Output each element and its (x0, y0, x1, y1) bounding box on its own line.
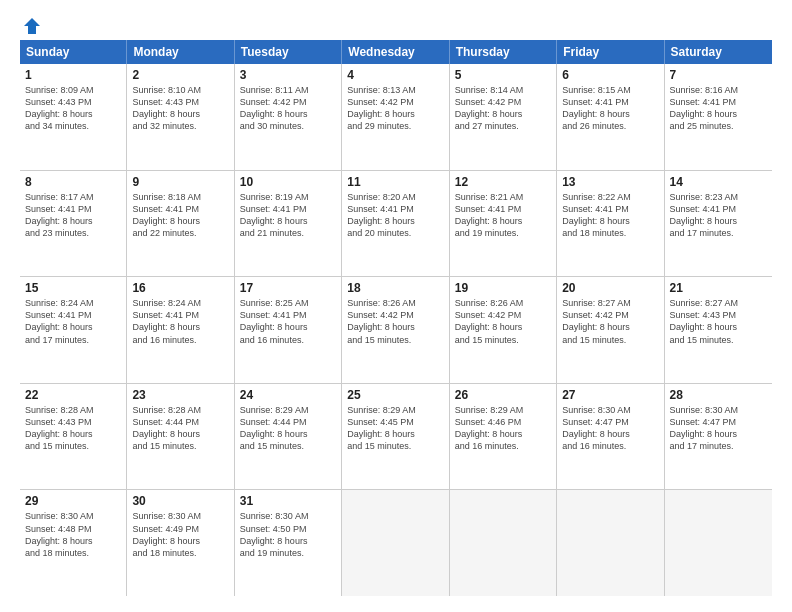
cell-info-line: Sunrise: 8:30 AM (562, 404, 658, 416)
day-cell-3: 3Sunrise: 8:11 AMSunset: 4:42 PMDaylight… (235, 64, 342, 170)
day-number: 30 (132, 494, 228, 508)
cell-info-line: Sunset: 4:41 PM (562, 96, 658, 108)
cell-info-line: Sunset: 4:41 PM (562, 203, 658, 215)
cell-info-line: Sunrise: 8:18 AM (132, 191, 228, 203)
cell-info-line: Sunrise: 8:10 AM (132, 84, 228, 96)
cell-info-line: Daylight: 8 hours (347, 428, 443, 440)
cell-info-line: Sunset: 4:43 PM (670, 309, 767, 321)
day-number: 28 (670, 388, 767, 402)
logo-icon (22, 16, 42, 36)
day-number: 21 (670, 281, 767, 295)
day-number: 12 (455, 175, 551, 189)
cell-info-line: Daylight: 8 hours (670, 428, 767, 440)
cell-info-line: and 25 minutes. (670, 120, 767, 132)
cell-info-line: Sunset: 4:43 PM (132, 96, 228, 108)
calendar-body: 1Sunrise: 8:09 AMSunset: 4:43 PMDaylight… (20, 64, 772, 596)
cell-info-line: and 32 minutes. (132, 120, 228, 132)
cell-info-line: and 15 minutes. (25, 440, 121, 452)
cell-info-line: Sunrise: 8:27 AM (562, 297, 658, 309)
cell-info-line: and 17 minutes. (670, 440, 767, 452)
cell-info-line: Sunset: 4:41 PM (670, 96, 767, 108)
day-cell-22: 22Sunrise: 8:28 AMSunset: 4:43 PMDayligh… (20, 384, 127, 490)
day-cell-23: 23Sunrise: 8:28 AMSunset: 4:44 PMDayligh… (127, 384, 234, 490)
day-cell-1: 1Sunrise: 8:09 AMSunset: 4:43 PMDaylight… (20, 64, 127, 170)
day-cell-8: 8Sunrise: 8:17 AMSunset: 4:41 PMDaylight… (20, 171, 127, 277)
day-number: 1 (25, 68, 121, 82)
day-cell-26: 26Sunrise: 8:29 AMSunset: 4:46 PMDayligh… (450, 384, 557, 490)
cell-info-line: and 26 minutes. (562, 120, 658, 132)
cell-info-line: Daylight: 8 hours (455, 108, 551, 120)
day-cell-9: 9Sunrise: 8:18 AMSunset: 4:41 PMDaylight… (127, 171, 234, 277)
cell-info-line: Daylight: 8 hours (132, 108, 228, 120)
cell-info-line: Sunset: 4:41 PM (670, 203, 767, 215)
cell-info-line: Sunrise: 8:29 AM (347, 404, 443, 416)
cell-info-line: Sunset: 4:41 PM (132, 309, 228, 321)
day-cell-10: 10Sunrise: 8:19 AMSunset: 4:41 PMDayligh… (235, 171, 342, 277)
page: SundayMondayTuesdayWednesdayThursdayFrid… (0, 0, 792, 612)
cell-info-line: Sunrise: 8:28 AM (132, 404, 228, 416)
cell-info-line: and 29 minutes. (347, 120, 443, 132)
week-row-2: 8Sunrise: 8:17 AMSunset: 4:41 PMDaylight… (20, 171, 772, 278)
cell-info-line: Sunrise: 8:26 AM (455, 297, 551, 309)
day-number: 2 (132, 68, 228, 82)
cell-info-line: and 15 minutes. (347, 440, 443, 452)
day-cell-21: 21Sunrise: 8:27 AMSunset: 4:43 PMDayligh… (665, 277, 772, 383)
cell-info-line: Sunset: 4:41 PM (25, 309, 121, 321)
day-number: 7 (670, 68, 767, 82)
day-number: 26 (455, 388, 551, 402)
day-cell-13: 13Sunrise: 8:22 AMSunset: 4:41 PMDayligh… (557, 171, 664, 277)
day-number: 15 (25, 281, 121, 295)
day-cell-19: 19Sunrise: 8:26 AMSunset: 4:42 PMDayligh… (450, 277, 557, 383)
cell-info-line: Sunset: 4:50 PM (240, 523, 336, 535)
calendar: SundayMondayTuesdayWednesdayThursdayFrid… (20, 40, 772, 596)
cell-info-line: and 15 minutes. (240, 440, 336, 452)
day-cell-17: 17Sunrise: 8:25 AMSunset: 4:41 PMDayligh… (235, 277, 342, 383)
cell-info-line: Sunset: 4:41 PM (132, 203, 228, 215)
cell-info-line: Sunrise: 8:26 AM (347, 297, 443, 309)
cell-info-line: Sunset: 4:42 PM (455, 309, 551, 321)
day-number: 31 (240, 494, 336, 508)
cell-info-line: Daylight: 8 hours (240, 535, 336, 547)
cell-info-line: and 17 minutes. (670, 227, 767, 239)
cell-info-line: Sunrise: 8:15 AM (562, 84, 658, 96)
empty-cell (557, 490, 664, 596)
day-number: 5 (455, 68, 551, 82)
cell-info-line: and 23 minutes. (25, 227, 121, 239)
day-header-friday: Friday (557, 40, 664, 64)
cell-info-line: Sunset: 4:45 PM (347, 416, 443, 428)
cell-info-line: Sunset: 4:48 PM (25, 523, 121, 535)
cell-info-line: and 19 minutes. (455, 227, 551, 239)
day-number: 6 (562, 68, 658, 82)
cell-info-line: Daylight: 8 hours (240, 321, 336, 333)
cell-info-line: Daylight: 8 hours (670, 215, 767, 227)
cell-info-line: Daylight: 8 hours (455, 321, 551, 333)
day-cell-11: 11Sunrise: 8:20 AMSunset: 4:41 PMDayligh… (342, 171, 449, 277)
day-number: 25 (347, 388, 443, 402)
cell-info-line: and 16 minutes. (240, 334, 336, 346)
day-header-sunday: Sunday (20, 40, 127, 64)
day-number: 20 (562, 281, 658, 295)
cell-info-line: Sunrise: 8:24 AM (25, 297, 121, 309)
cell-info-line: Sunset: 4:43 PM (25, 416, 121, 428)
cell-info-line: and 30 minutes. (240, 120, 336, 132)
cell-info-line: Sunset: 4:42 PM (455, 96, 551, 108)
calendar-header: SundayMondayTuesdayWednesdayThursdayFrid… (20, 40, 772, 64)
cell-info-line: and 20 minutes. (347, 227, 443, 239)
day-number: 9 (132, 175, 228, 189)
day-number: 8 (25, 175, 121, 189)
cell-info-line: Daylight: 8 hours (25, 535, 121, 547)
cell-info-line: Sunrise: 8:30 AM (240, 510, 336, 522)
cell-info-line: and 27 minutes. (455, 120, 551, 132)
day-number: 19 (455, 281, 551, 295)
cell-info-line: and 17 minutes. (25, 334, 121, 346)
cell-info-line: Sunrise: 8:29 AM (455, 404, 551, 416)
cell-info-line: and 15 minutes. (562, 334, 658, 346)
cell-info-line: and 34 minutes. (25, 120, 121, 132)
cell-info-line: and 16 minutes. (132, 334, 228, 346)
cell-info-line: Daylight: 8 hours (347, 321, 443, 333)
cell-info-line: Daylight: 8 hours (240, 108, 336, 120)
day-cell-5: 5Sunrise: 8:14 AMSunset: 4:42 PMDaylight… (450, 64, 557, 170)
cell-info-line: Sunset: 4:46 PM (455, 416, 551, 428)
cell-info-line: Daylight: 8 hours (132, 428, 228, 440)
cell-info-line: Daylight: 8 hours (25, 215, 121, 227)
